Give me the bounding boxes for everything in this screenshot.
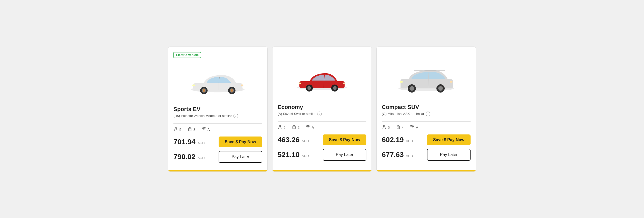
pay-now-row: 463.26 AUD Save $ Pay Now (278, 134, 366, 145)
car-subtitle-text: (D5) Polestar 2/Tesla Model 3 or similar (173, 114, 232, 118)
pay-now-row: 701.94 AUD Save $ Pay Now (173, 137, 262, 147)
card-compact-suv: Compact SUV (G) Mitsubishi ASX or simila… (376, 47, 476, 172)
passenger-count: 5 (284, 125, 286, 130)
luggage-spec: 3 (188, 127, 196, 132)
passenger-spec: 5 (278, 125, 286, 130)
svg-point-28 (307, 86, 311, 90)
info-icon[interactable]: i (426, 112, 430, 116)
luggage-spec: 4 (396, 125, 404, 130)
passenger-spec: 5 (382, 125, 390, 130)
pay-later-amount: 521.10 (278, 151, 300, 159)
svg-rect-31 (299, 83, 301, 84)
svg-point-10 (203, 89, 205, 92)
car-image (382, 59, 471, 100)
svg-rect-61 (412, 125, 413, 126)
pay-later-button[interactable]: Pay Later (323, 149, 366, 161)
svg-rect-8 (241, 84, 243, 86)
badge-placeholder (382, 52, 471, 59)
passenger-icon (278, 125, 282, 130)
luggage-count: 4 (402, 125, 404, 130)
pay-now-price: 602.19 AUD (382, 136, 413, 144)
pay-later-row: 521.10 AUD Pay Later (278, 149, 366, 161)
specs-row: 5 2 (278, 125, 366, 130)
svg-rect-37 (306, 125, 307, 126)
specs-row: 5 3 (173, 127, 262, 132)
svg-rect-7 (192, 84, 195, 86)
car-subtitle: (D5) Polestar 2/Tesla Model 3 or similar… (173, 114, 262, 118)
save-pay-now-button[interactable]: Save $ Pay Now (219, 137, 262, 147)
pay-later-button[interactable]: Pay Later (219, 151, 262, 163)
svg-rect-62 (413, 125, 414, 126)
svg-point-34 (279, 125, 281, 127)
card-sports-ev: Electric Vehicle (168, 47, 268, 172)
save-pay-now-button[interactable]: Save $ Pay Now (323, 134, 366, 145)
transmission-icon (410, 125, 415, 130)
car-subtitle: (G) Mitsubishi ASX or similar i (382, 112, 471, 116)
svg-rect-17 (205, 127, 206, 128)
luggage-spec: 2 (292, 125, 300, 130)
passenger-icon (173, 127, 178, 132)
luggage-count: 3 (193, 128, 196, 132)
pay-later-button[interactable]: Pay Later (427, 149, 471, 161)
info-icon[interactable]: i (233, 114, 238, 118)
svg-point-30 (333, 86, 336, 90)
badge-area (382, 52, 471, 59)
pay-later-currency: AUD (406, 154, 413, 158)
card-economy: Economy (A) Suzuki Swift or similar i 5 (272, 47, 372, 172)
car-title: Compact SUV (382, 104, 471, 111)
transmission-value: A (312, 125, 314, 130)
pay-later-currency: AUD (302, 154, 309, 158)
car-image (173, 61, 262, 102)
svg-rect-16 (203, 127, 204, 128)
specs-divider (278, 121, 366, 122)
car-subtitle-text: (G) Mitsubishi ASX or similar (382, 112, 424, 116)
specs-row: 5 4 (382, 125, 471, 130)
svg-point-50 (409, 86, 414, 91)
pay-later-price: 677.63 AUD (382, 151, 413, 159)
transmission-icon (202, 127, 206, 132)
pay-later-price: 790.02 AUD (173, 153, 205, 161)
svg-rect-60 (410, 125, 411, 126)
transmission-spec: A (202, 127, 210, 132)
svg-rect-53 (400, 81, 403, 83)
luggage-count: 2 (298, 125, 300, 130)
svg-rect-39 (309, 125, 310, 126)
passenger-count: 5 (388, 125, 390, 130)
svg-point-57 (383, 125, 385, 127)
passenger-count: 5 (179, 128, 181, 132)
pay-now-currency: AUD (198, 141, 204, 145)
specs-divider (382, 121, 471, 122)
car-image (278, 59, 366, 100)
pay-later-price: 521.10 AUD (278, 151, 309, 159)
luggage-icon (188, 127, 192, 132)
pay-later-amount: 790.02 (173, 153, 196, 161)
svg-point-52 (438, 86, 443, 91)
transmission-icon (306, 125, 310, 130)
car-title: Sports EV (173, 106, 262, 113)
transmission-spec: A (306, 125, 314, 130)
pay-later-row: 790.02 AUD Pay Later (173, 151, 262, 163)
electric-vehicle-badge: Electric Vehicle (173, 52, 201, 58)
pay-now-amount: 701.94 (173, 138, 196, 146)
pay-now-currency: AUD (302, 139, 309, 143)
svg-rect-54 (450, 81, 452, 83)
save-pay-now-button[interactable]: Save $ Pay Now (427, 134, 471, 145)
svg-rect-38 (307, 125, 308, 126)
cards-container: Electric Vehicle (168, 47, 476, 172)
pay-now-price: 701.94 AUD (173, 138, 205, 146)
pay-now-currency: AUD (406, 139, 413, 143)
transmission-value: A (416, 125, 418, 130)
svg-rect-15 (202, 127, 203, 128)
info-icon[interactable]: i (317, 112, 322, 116)
car-title: Economy (278, 104, 366, 111)
svg-rect-32 (343, 83, 345, 84)
badge-area (278, 52, 366, 59)
pay-now-amount: 602.19 (382, 136, 404, 144)
luggage-icon (292, 125, 296, 130)
pay-now-amount: 463.26 (278, 136, 300, 144)
badge-placeholder (278, 52, 366, 59)
pay-later-row: 677.63 AUD Pay Later (382, 149, 471, 161)
pay-later-currency: AUD (198, 156, 204, 160)
badge-area: Electric Vehicle (173, 52, 262, 61)
luggage-icon (396, 125, 401, 130)
